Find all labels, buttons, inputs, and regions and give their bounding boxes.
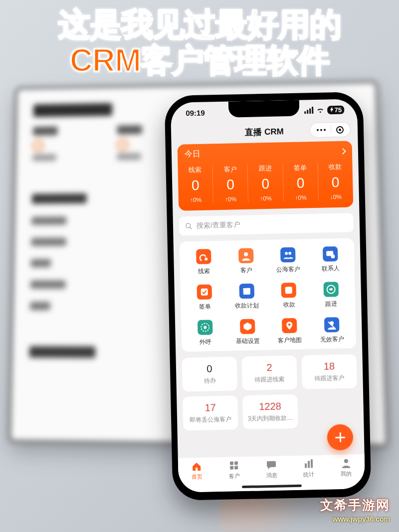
search-icon [185, 222, 193, 230]
task-tile-待跟进线索[interactable]: 2待跟进线索 [242, 355, 297, 390]
module-grid: 线索客户公海客户联系人签单收款计划¥收款跟进外呼基础设置客户地图无效客户 [180, 238, 357, 352]
tab-我的[interactable]: 我的 [327, 457, 365, 478]
phone-frame: 09:19 75 直播 CRM 今日 [165, 92, 372, 501]
module-label: 客户地图 [278, 336, 302, 345]
module-无效客户[interactable]: 无效客户 [310, 317, 353, 344]
tab-icon [191, 461, 202, 472]
overlay-headline: 这是我见过最好用的 CRM客户管理软件 [0, 7, 399, 78]
module-客户[interactable]: 客户 [224, 248, 267, 275]
today-summary-card[interactable]: 今日 线索0↑0%客户0↑0%跟进0↑0%签单0↑0%收款0↓0% [178, 141, 354, 210]
task-label: 3天内到期收款… [247, 414, 294, 423]
kpi-delta: ↓0% [319, 193, 353, 200]
kpi-delta: ↑0% [283, 194, 318, 201]
tab-消息[interactable]: 消息 [252, 459, 290, 480]
module-icon [323, 246, 338, 262]
status-time: 09:19 [186, 108, 205, 117]
task-label: 待跟进客户 [306, 373, 353, 383]
svg-rect-21 [234, 461, 238, 465]
module-icon [240, 319, 255, 335]
notch [228, 100, 300, 118]
svg-point-15 [203, 326, 206, 329]
kpi-label: 线索 [178, 165, 212, 175]
module-收款[interactable]: ¥收款 [267, 282, 310, 310]
svg-rect-25 [308, 461, 310, 468]
kpi-客户[interactable]: 客户0↑0% [212, 165, 248, 203]
search-placeholder: 搜索/查重客户 [197, 220, 240, 230]
kpi-delta: ↑0% [179, 196, 213, 203]
svg-point-2 [205, 258, 208, 261]
module-客户地图[interactable]: 客户地图 [268, 318, 311, 345]
module-label: 无效客户 [320, 335, 344, 344]
module-签单[interactable]: 签单 [183, 284, 226, 312]
task-tile-待跟进客户[interactable]: 18待跟进客户 [301, 354, 357, 389]
tab-label: 首页 [192, 473, 202, 481]
tab-icon [228, 460, 239, 471]
module-跟进[interactable]: 跟进 [310, 281, 353, 309]
svg-rect-23 [234, 466, 238, 469]
svg-rect-20 [230, 462, 233, 465]
module-label: 收款计划 [235, 301, 259, 310]
tab-label: 我的 [341, 470, 352, 478]
module-icon: ¥ [281, 283, 297, 298]
kpi-label: 客户 [213, 165, 248, 174]
capsule-close-icon[interactable] [336, 126, 344, 133]
monitor-section-title [33, 103, 112, 117]
module-icon [197, 284, 212, 300]
task-tile-即将丢公海客户[interactable]: 17即将丢公海客户 [183, 395, 238, 430]
kpi-value: 0 [178, 177, 213, 193]
module-label: 公海客户 [276, 265, 300, 274]
kpi-收款[interactable]: 收款0↓0% [317, 162, 353, 200]
kpi-跟进[interactable]: 跟进0↑0% [247, 164, 283, 202]
tab-统计[interactable]: 统计 [290, 458, 328, 479]
watermark: 文希手游网 www.jwpy36.com [320, 497, 390, 523]
svg-point-4 [285, 252, 288, 255]
module-icon [324, 317, 340, 333]
svg-rect-26 [311, 459, 313, 468]
wifi-icon [316, 107, 324, 113]
task-value: 17 [187, 401, 233, 414]
task-value: 1228 [246, 400, 293, 413]
task-tile-待办[interactable]: 0待办 [182, 356, 237, 391]
module-收款计划[interactable]: 收款计划 [225, 283, 268, 311]
signal-icon [304, 107, 313, 114]
task-value: 18 [306, 360, 353, 372]
svg-rect-10 [243, 288, 250, 290]
tab-客户[interactable]: 客户 [215, 460, 253, 481]
kpi-value: 0 [248, 176, 283, 192]
module-label: 线索 [198, 267, 210, 275]
svg-point-5 [288, 252, 291, 255]
tab-label: 客户 [229, 472, 240, 480]
svg-point-27 [344, 459, 348, 463]
kpi-label: 签单 [283, 163, 318, 173]
miniprogram-capsule[interactable] [310, 122, 351, 138]
kpi-delta: ↑0% [248, 194, 283, 202]
module-icon [238, 248, 254, 264]
module-外呼[interactable]: 外呼 [184, 320, 227, 347]
task-tile-3天内到期收款…[interactable]: 12283天内到期收款… [242, 394, 298, 429]
tab-首页[interactable]: 首页 [178, 460, 216, 481]
task-tiles: 0待办2待跟进线索18待跟进客户17即将丢公海客户12283天内到期收款… [182, 354, 358, 430]
search-input[interactable]: 搜索/查重客户 [179, 213, 354, 235]
module-icon [282, 318, 297, 334]
kpi-签单[interactable]: 签单0↑0% [282, 163, 318, 201]
module-icon [323, 282, 339, 297]
module-label: 客户 [240, 266, 252, 275]
capsule-menu-icon[interactable] [317, 129, 326, 131]
module-联系人[interactable]: 联系人 [309, 246, 352, 273]
task-label: 待跟进线索 [246, 375, 293, 384]
module-公海客户[interactable]: 公海客户 [267, 247, 310, 274]
svg-rect-8 [201, 289, 208, 296]
watermark-title: 文希手游网 [320, 497, 390, 514]
module-label: 外呼 [200, 338, 211, 346]
svg-rect-24 [305, 463, 307, 468]
watermark-url: www.jwpy36.com [333, 515, 390, 523]
module-基础设置[interactable]: 基础设置 [226, 319, 269, 346]
kpi-value: 0 [283, 175, 318, 191]
tab-icon [303, 458, 314, 469]
kpi-线索[interactable]: 线索0↑0% [178, 165, 213, 203]
kpi-delta: ↑0% [213, 195, 248, 203]
svg-text:¥: ¥ [287, 287, 291, 293]
tab-label: 统计 [303, 471, 314, 478]
tab-icon [340, 458, 351, 469]
module-线索[interactable]: 线索 [183, 249, 225, 276]
